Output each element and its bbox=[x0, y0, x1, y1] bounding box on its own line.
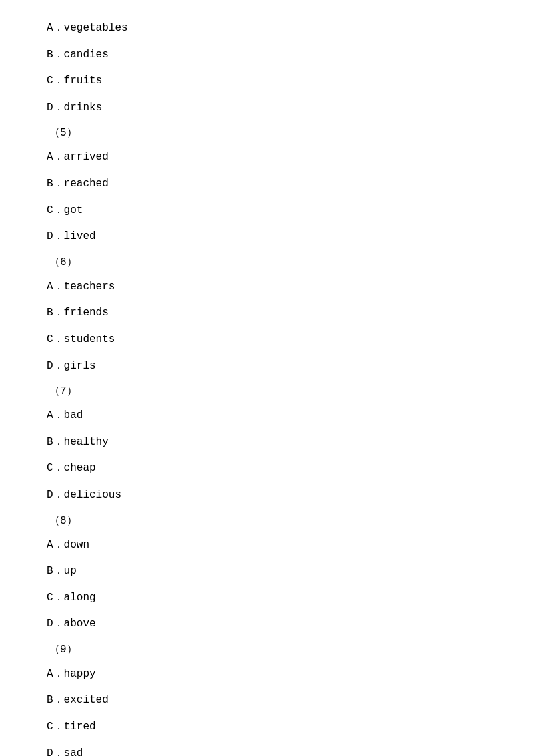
option-line: B．excited bbox=[47, 692, 487, 709]
option-line: A．arrived bbox=[47, 149, 487, 166]
main-content: A．vegetablesB．candiesC．fruitsD．drinks（5）… bbox=[0, 0, 534, 756]
option-line: B．reached bbox=[47, 176, 487, 193]
option-line: C．got bbox=[47, 202, 487, 220]
option-line: C．tired bbox=[47, 719, 487, 736]
option-line: D．sad bbox=[47, 745, 487, 756]
option-line: D．lived bbox=[47, 228, 487, 246]
section-header-4: （7） bbox=[47, 384, 487, 398]
option-line: C．fruits bbox=[47, 73, 487, 90]
option-line: A．teachers bbox=[47, 278, 487, 296]
section-header-5: （8） bbox=[47, 514, 487, 528]
option-line: A．vegetables bbox=[47, 20, 487, 37]
option-line: A．bad bbox=[47, 407, 487, 425]
option-line: A．happy bbox=[47, 666, 487, 683]
option-line: B．up bbox=[47, 563, 487, 580]
option-line: B．friends bbox=[47, 305, 487, 322]
option-line: A．down bbox=[47, 537, 487, 554]
option-line: C．along bbox=[47, 590, 487, 607]
section-header-6: （9） bbox=[47, 642, 487, 656]
option-line: C．students bbox=[47, 331, 487, 349]
section-header-3: （6） bbox=[47, 255, 487, 269]
option-line: D．delicious bbox=[47, 487, 487, 504]
option-line: D．above bbox=[47, 616, 487, 633]
option-line: C．cheap bbox=[47, 460, 487, 478]
option-line: B．candies bbox=[47, 47, 487, 64]
option-line: B．healthy bbox=[47, 434, 487, 451]
option-line: D．girls bbox=[47, 358, 487, 375]
option-line: D．drinks bbox=[47, 100, 487, 117]
section-header-2: （5） bbox=[47, 126, 487, 140]
